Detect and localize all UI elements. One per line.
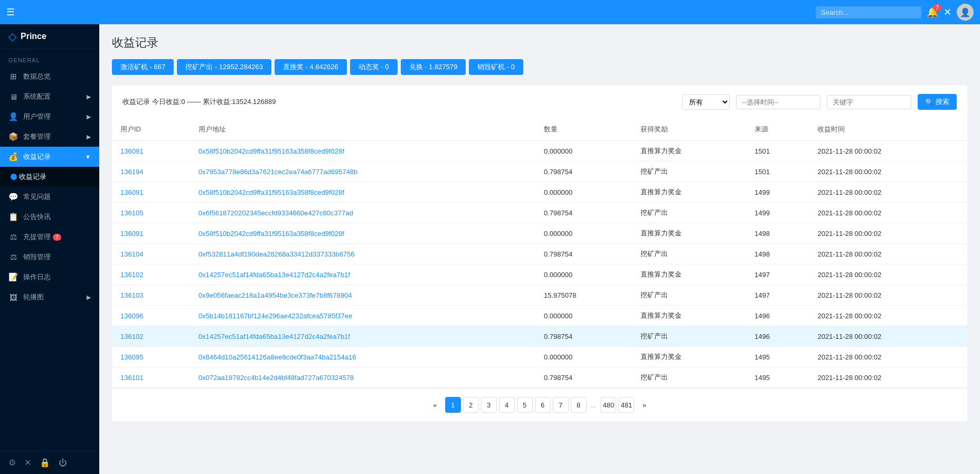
pagination-page-6[interactable]: 6 [535, 397, 551, 413]
settings-icon[interactable]: ⚙ [8, 458, 16, 468]
sidebar-item-package-management[interactable]: 📦 套餐管理 ▶ [0, 127, 99, 147]
cell-user-id[interactable]: 136091 [112, 182, 190, 203]
cell-user-id[interactable]: 136102 [112, 264, 190, 285]
sidebar-item-announcements[interactable]: 📋 公告快讯 [0, 207, 99, 227]
cell-user-id[interactable]: 136096 [112, 306, 190, 326]
cell-amount: 0.000000 [535, 347, 632, 367]
logo-text: Prince [21, 32, 46, 41]
cell-address[interactable]: 0x6f5618720202345eccfd9334660e427c80c377… [190, 203, 535, 223]
cell-address[interactable]: 0x072aa18782cc4b14e2d4bf48fad727a6703245… [190, 367, 535, 388]
cell-address[interactable]: 0x58f510b2042cd9ffa31f95163a358f8ced9f02… [190, 182, 535, 203]
pagination-next[interactable]: » [636, 397, 652, 413]
system-icon: 🖥 [8, 92, 18, 101]
tab-destroy-miner[interactable]: 销毁矿机 - 0 [469, 59, 523, 75]
type-filter-select[interactable]: 所有 挖矿产出 直推奖金 动态奖 兑换 销毁矿机 [682, 94, 730, 110]
cell-time: 2021-11-28 00:00:02 [809, 203, 967, 223]
sidebar-item-carousel[interactable]: 🖼 轮播图 ▶ [0, 287, 99, 307]
pagination-page-2[interactable]: 2 [463, 397, 479, 413]
sidebar-item-label: 常见问题 [23, 192, 51, 202]
cell-reward: 挖矿产出 [632, 367, 746, 388]
cell-address[interactable]: 0x58f510b2042cd9ffa31f95163a358f8ced9f02… [190, 223, 535, 244]
sidebar-item-label: 数据总览 [23, 72, 51, 81]
avatar[interactable]: 👤 [957, 4, 974, 21]
cell-user-id[interactable]: 136104 [112, 244, 190, 264]
sidebar-item-system-config[interactable]: 🖥 系统配置 ▶ [0, 87, 99, 107]
cell-time: 2021-11-28 00:00:02 [809, 162, 967, 182]
cell-user-id[interactable]: 136103 [112, 285, 190, 306]
sidebar-item-income-records[interactable]: 💰 收益记录 ▼ [0, 147, 99, 167]
cell-user-id[interactable]: 136194 [112, 162, 190, 182]
cell-user-id[interactable]: 136091 [112, 141, 190, 162]
faq-icon: 💬 [8, 192, 18, 202]
pagination-page-480[interactable]: 480 [600, 397, 616, 413]
cell-amount: 0.000000 [535, 182, 632, 203]
table-row: 136105 0x6f5618720202345eccfd9334660e427… [112, 203, 967, 223]
tools-icon[interactable]: ✕ [24, 458, 31, 468]
hamburger-icon[interactable]: ☰ [6, 6, 15, 18]
tab-mining-output[interactable]: 挖矿产出 - 12852.284263 [177, 59, 271, 75]
pagination-prev[interactable]: « [427, 397, 443, 413]
cell-user-id[interactable]: 136091 [112, 223, 190, 244]
cell-reward: 直推算力奖金 [632, 223, 746, 244]
lock-icon[interactable]: 🔒 [40, 458, 50, 468]
pagination-page-8[interactable]: 8 [571, 397, 587, 413]
cell-address[interactable]: 0x14257ec51af14fda65ba13e4127d2c4a2fea7b… [190, 264, 535, 285]
tab-dynamic-reward[interactable]: 动态奖 - 0 [350, 59, 398, 75]
power-icon[interactable]: ⏻ [59, 458, 67, 468]
cell-address[interactable]: 0xf532811a4df190dea28268a33412d337333b67… [190, 244, 535, 264]
cell-amount: 0.000000 [535, 264, 632, 285]
tab-activate-miner[interactable]: 激活矿机 - 667 [112, 59, 174, 75]
cell-address[interactable]: 0x8464d10a25614126a8ee8cde0f3aa74ba2154a… [190, 347, 535, 367]
pagination-page-1[interactable]: 1 [445, 397, 461, 413]
cell-user-id[interactable]: 136101 [112, 367, 190, 388]
sidebar-item-dashboard[interactable]: ⊞ 数据总览 [0, 67, 99, 87]
cell-source: 1498 [746, 244, 809, 264]
cell-user-id[interactable]: 136095 [112, 347, 190, 367]
table-row: 136095 0x8464d10a25614126a8ee8cde0f3aa74… [112, 347, 967, 367]
sidebar-item-operation-log[interactable]: 📝 操作日志 [0, 267, 99, 287]
table-row: 136102 0x14257ec51af14fda65ba13e4127d2c4… [112, 326, 967, 347]
time-filter-input[interactable] [736, 95, 821, 109]
cell-address[interactable]: 0x7953a778e86d3a7621cec2ea74a6777ad69574… [190, 162, 535, 182]
search-button[interactable]: 🔍 搜索 [918, 94, 957, 110]
sidebar-item-user-management[interactable]: 👤 用户管理 ▶ [0, 107, 99, 127]
sales-icon: ⚖ [8, 252, 18, 262]
cell-user-id[interactable]: 136102 [112, 326, 190, 347]
sidebar-item-recharge-management[interactable]: ⚖ 充提管理 7 [0, 227, 99, 247]
tab-direct-reward[interactable]: 直推奖 - 4.842626 [275, 59, 347, 75]
pagination-page-3[interactable]: 3 [481, 397, 497, 413]
sidebar-item-income-records-sub[interactable]: 收益记录 [0, 167, 99, 187]
cell-address[interactable]: 0x5b14b181167bf124e296ae4232afcea5785f37… [190, 306, 535, 326]
page-title: 收益记录 [112, 35, 967, 51]
cell-source: 1497 [746, 264, 809, 285]
summary-text: 收益记录 今日收益:0 —— 累计收益:13524.126889 [123, 97, 676, 107]
sidebar-logo: ◇ Prince [0, 24, 99, 49]
sidebar-item-label: 操作日志 [23, 272, 51, 282]
cell-reward: 挖矿产出 [632, 285, 746, 306]
pagination: « 1 2 3 4 5 6 7 8 ... 480 481 » [112, 388, 967, 421]
sidebar-item-faq[interactable]: 💬 常见问题 [0, 187, 99, 207]
cell-address[interactable]: 0x14257ec51af14fda65ba13e4127d2c4a2fea7b… [190, 326, 535, 347]
cell-user-id[interactable]: 136105 [112, 203, 190, 223]
keyword-filter-input[interactable] [827, 95, 911, 109]
pagination-page-481[interactable]: 481 [618, 397, 634, 413]
cell-amount: 0.000000 [535, 223, 632, 244]
col-user-address: 用户地址 [190, 118, 535, 141]
cell-source: 1495 [746, 367, 809, 388]
notification-button[interactable]: 🔔 7 [927, 6, 938, 18]
cell-time: 2021-11-28 00:00:02 [809, 285, 967, 306]
cell-time: 2021-11-28 00:00:02 [809, 264, 967, 285]
global-search-input[interactable] [816, 6, 921, 18]
fullscreen-button[interactable]: ✕ [944, 6, 951, 18]
pagination-page-5[interactable]: 5 [517, 397, 533, 413]
cell-address[interactable]: 0x58f510b2042cd9ffa31f95163a358f8ced9f02… [190, 141, 535, 162]
cell-amount: 15.975078 [535, 285, 632, 306]
pagination-page-4[interactable]: 4 [499, 397, 515, 413]
cell-reward: 直推算力奖金 [632, 182, 746, 203]
tab-exchange[interactable]: 兑换 - 1.827579 [401, 59, 466, 75]
cell-address[interactable]: 0x9e056faeac218a1a4954be3ce373fe7b8f6789… [190, 285, 535, 306]
pagination-page-7[interactable]: 7 [553, 397, 569, 413]
sidebar-item-sales-management[interactable]: ⚖ 销毁管理 [0, 247, 99, 267]
main-content: 收益记录 激活矿机 - 667 挖矿产出 - 12852.284263 直推奖 … [99, 24, 980, 474]
chevron-right-icon: ▶ [87, 134, 91, 140]
